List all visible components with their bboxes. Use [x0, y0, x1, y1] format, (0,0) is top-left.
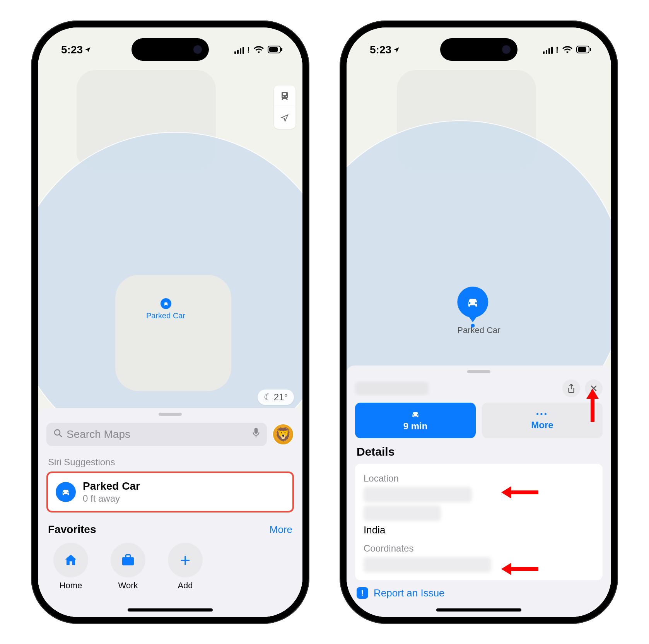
favorite-home[interactable]: Home	[53, 543, 88, 591]
report-label: Report an Issue	[374, 587, 445, 599]
car-icon	[56, 482, 76, 502]
share-button[interactable]	[562, 379, 580, 397]
location-value-redacted	[364, 487, 472, 502]
left-screen: 5:23 !	[38, 27, 302, 617]
annotation-arrow	[586, 389, 599, 422]
weather-chip[interactable]: ☾ 21°	[258, 389, 294, 405]
svg-rect-8	[126, 555, 130, 558]
location-arrow-icon	[280, 114, 289, 122]
parked-car-pin-label: Parked Car	[457, 325, 500, 335]
directions-button[interactable]: 9 min	[355, 403, 476, 438]
cellular-signal-icon	[543, 46, 553, 54]
home-indicator[interactable]	[128, 608, 213, 612]
favorite-work[interactable]: Work	[111, 543, 145, 591]
battery-icon	[268, 44, 283, 56]
moon-icon: ☾	[264, 392, 272, 403]
transit-mode-button[interactable]	[274, 85, 295, 107]
car-icon	[163, 301, 169, 307]
annotation-arrow	[501, 563, 538, 575]
exclamation-icon: !	[357, 587, 368, 599]
wifi-icon	[254, 44, 264, 56]
weather-temperature: 21°	[274, 392, 288, 403]
map-controls	[274, 85, 295, 129]
dynamic-island	[440, 38, 517, 61]
coordinates-label: Coordinates	[364, 543, 594, 554]
ellipsis-icon: •••	[536, 410, 548, 418]
sheet-grabber[interactable]	[467, 370, 490, 373]
cellular-signal-icon	[234, 46, 244, 54]
directions-time: 9 min	[403, 421, 428, 432]
left-phone-frame: 5:23 !	[31, 20, 309, 624]
report-issue-button[interactable]: ! Report an Issue	[347, 580, 611, 599]
location-arrow-icon	[84, 44, 91, 56]
status-time: 5:23	[61, 44, 83, 56]
details-card: Location India Coordinates	[355, 464, 603, 580]
share-icon	[567, 384, 575, 393]
coordinates-value-redacted	[364, 557, 491, 572]
annotation-arrow	[501, 486, 538, 499]
favorite-label: Work	[118, 581, 138, 591]
more-actions-button[interactable]: ••• More	[482, 403, 603, 438]
search-input[interactable]: Search Maps	[46, 423, 267, 446]
sheet-grabber[interactable]	[159, 413, 182, 416]
favorites-header: Favorites	[48, 523, 96, 536]
signal-exclamation-icon: !	[556, 45, 558, 55]
svg-rect-11	[590, 48, 591, 51]
search-placeholder: Search Maps	[67, 428, 248, 441]
siri-item-title: Parked Car	[83, 480, 140, 492]
home-icon	[63, 553, 78, 567]
status-time: 5:23	[370, 44, 391, 56]
svg-rect-2	[281, 48, 282, 51]
favorite-label: Add	[178, 581, 193, 591]
mic-icon[interactable]	[252, 428, 260, 441]
wifi-icon	[562, 44, 572, 56]
battery-icon	[576, 44, 592, 56]
svg-rect-1	[269, 47, 278, 52]
svg-rect-10	[578, 47, 586, 52]
location-arrow-icon	[393, 44, 400, 56]
plus-icon: +	[180, 550, 191, 571]
car-icon	[410, 409, 421, 419]
more-label: More	[531, 420, 553, 430]
place-title-redacted	[355, 382, 429, 395]
details-header: Details	[347, 445, 611, 464]
favorite-add[interactable]: + Add	[168, 543, 203, 591]
location-country: India	[364, 524, 594, 536]
location-value-redacted	[364, 506, 441, 521]
location-label: Location	[364, 473, 594, 484]
right-phone-frame: 5:23 !	[340, 20, 618, 624]
car-icon	[465, 294, 480, 310]
siri-suggestion-parked-car[interactable]: Parked Car 0 ft away	[46, 471, 294, 512]
parked-car-pin[interactable]: Parked Car	[457, 287, 500, 335]
profile-avatar[interactable]: 🦁	[272, 424, 294, 445]
briefcase-icon	[121, 553, 135, 567]
place-detail-sheet[interactable]: 9 min ••• More Details Location India Co…	[347, 366, 611, 617]
right-screen: 5:23 !	[347, 27, 611, 617]
transit-icon	[280, 91, 289, 101]
favorite-label: Home	[60, 581, 82, 591]
home-indicator[interactable]	[436, 608, 521, 612]
dynamic-island	[132, 38, 209, 61]
search-icon	[53, 428, 63, 441]
svg-rect-7	[122, 557, 134, 565]
svg-line-4	[59, 434, 61, 437]
siri-item-subtitle: 0 ft away	[83, 493, 140, 504]
search-sheet[interactable]: ☾ 21° Search Maps 🦁 Siri Suggestions	[38, 408, 302, 617]
parked-car-pin[interactable]: Parked Car	[146, 298, 185, 320]
parked-car-pin-label: Parked Car	[146, 311, 185, 320]
recenter-button[interactable]	[274, 107, 295, 129]
siri-suggestions-header: Siri Suggestions	[38, 451, 302, 471]
signal-exclamation-icon: !	[247, 45, 250, 55]
svg-rect-5	[254, 428, 258, 434]
favorites-more-link[interactable]: More	[270, 524, 292, 536]
